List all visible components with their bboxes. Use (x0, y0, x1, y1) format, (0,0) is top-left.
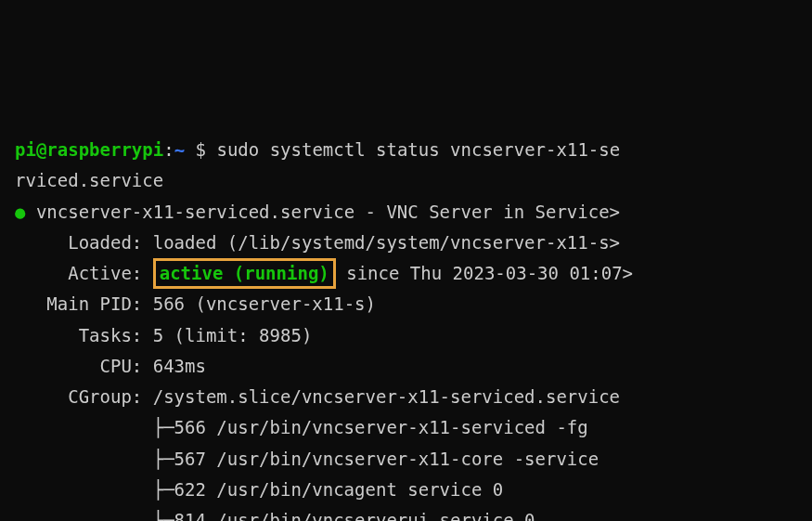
command-text: sudo systemctl status vncserver-x11-se (216, 139, 620, 160)
mainpid-label: Main PID: (46, 293, 142, 314)
active-label: Active: (68, 263, 142, 283)
highlight-box: active (running) (153, 258, 336, 289)
terminal-output[interactable]: pi@raspberrypi:~ $ sudo systemctl status… (15, 135, 797, 521)
command-wrap: rviced.service (15, 170, 163, 190)
process-tree-line: ├─566 /usr/bin/vncserver-x11-serviced -f… (153, 417, 588, 437)
tasks-label: Tasks: (79, 325, 143, 345)
process-tree-line: ├─622 /usr/bin/vncagent service 0 (153, 479, 504, 500)
tasks-value: 5 (limit: 8985) (153, 325, 313, 345)
loaded-label: Loaded: (68, 232, 142, 253)
prompt-path: ~ (174, 139, 185, 160)
prompt-colon: : (163, 139, 174, 160)
active-status: active (running) (160, 263, 329, 283)
prompt-at: @ (36, 139, 46, 160)
loaded-value: loaded (/lib/systemd/system/vncserver-x1… (153, 232, 620, 253)
mainpid-value: 566 (vncserver-x11-s) (153, 293, 376, 314)
prompt-user: pi (15, 139, 36, 160)
prompt-dollar: $ (196, 139, 206, 160)
status-bullet-icon: ● (15, 202, 25, 222)
process-tree-line: ├─567 /usr/bin/vncserver-x11-core -servi… (153, 449, 599, 469)
cpu-value: 643ms (153, 356, 206, 376)
cgroup-label: CGroup: (68, 386, 142, 407)
cgroup-value: /system.slice/vncserver-x11-serviced.ser… (153, 386, 620, 407)
unit-name: vncserver-x11-serviced.service - VNC Ser… (36, 202, 620, 222)
cpu-label: CPU: (100, 356, 143, 376)
process-tree-line: ├─814 /usr/bin/vncserverui service 0 (153, 510, 535, 521)
prompt-host: raspberrypi (46, 139, 163, 160)
active-since: since Thu 2023-03-30 01:07> (336, 263, 633, 283)
prompt-line: pi@raspberrypi:~ $ sudo systemctl status… (15, 139, 620, 160)
